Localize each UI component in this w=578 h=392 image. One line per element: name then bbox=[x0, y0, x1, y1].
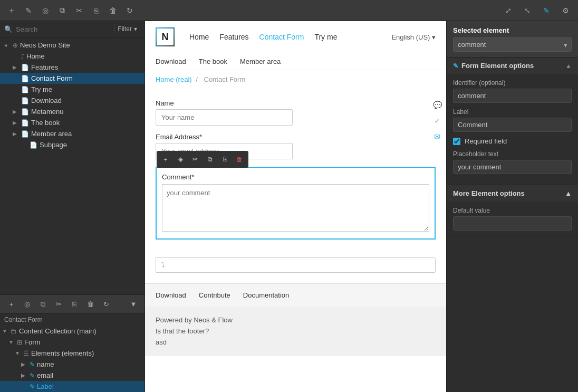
nav-link-features[interactable]: Features bbox=[219, 33, 248, 41]
sidebar-item-subpage[interactable]: ▶ 📄 Subpage bbox=[0, 139, 144, 150]
bottom-tree-item-email[interactable]: ▶ ✎ email bbox=[0, 370, 144, 381]
sidebar-item-download[interactable]: ▶ 📄 Download bbox=[0, 95, 144, 106]
add-inline-button[interactable]: ＋ bbox=[159, 152, 172, 166]
filter-label: Filter bbox=[118, 25, 132, 33]
folder-icon: 📄 bbox=[21, 108, 29, 116]
default-value-input[interactable] bbox=[453, 216, 572, 231]
top-toolbar: ＋ ✎ ◎ ⧉ ✂ ⎘ 🗑 ↻ ⤢ ⤡ ✎ ⚙ bbox=[0, 0, 578, 21]
footer-link-documentation[interactable]: Documentation bbox=[243, 291, 289, 299]
bottom-tree-item-form[interactable]: ▼ ⊞ Form bbox=[0, 337, 144, 348]
refresh-tool-button[interactable]: ↻ bbox=[122, 3, 137, 18]
bottom-tree-item-name[interactable]: ▶ ✎ name bbox=[0, 359, 144, 370]
sidebar-item-contact-form[interactable]: ▶ 📄 Contact Form bbox=[0, 73, 144, 84]
edit-mode-button[interactable]: ✎ bbox=[538, 2, 555, 19]
submit-area: ⤵ bbox=[145, 257, 446, 283]
required-checkbox[interactable] bbox=[453, 138, 460, 145]
fullscreen-button[interactable]: ⤡ bbox=[519, 2, 536, 19]
breadcrumb-home[interactable]: Home (real) bbox=[156, 75, 192, 83]
folder-icon: 📄 bbox=[21, 64, 29, 71]
bottom-toolbar: ＋ ◎ ⧉ ✂ ⎘ 🗑 ↻ ▼ bbox=[0, 294, 144, 313]
copy-tool-button[interactable]: ⧉ bbox=[55, 3, 70, 18]
bottom-tree-item-label[interactable]: ▶ ✎ Label bbox=[0, 381, 144, 392]
nav-link-contact-form[interactable]: Contact Form bbox=[259, 33, 304, 41]
name-input[interactable] bbox=[156, 109, 293, 126]
scissors-inline-button[interactable]: ✂ bbox=[188, 152, 202, 166]
delete-tool-button[interactable]: 🗑 bbox=[105, 3, 120, 18]
identifier-input[interactable] bbox=[453, 89, 572, 103]
sidebar-item-metamenu[interactable]: ▶ 📄 Metamenu bbox=[0, 106, 144, 117]
paste-inline-button[interactable]: ⎘ bbox=[218, 152, 232, 166]
mail-icon: ✉ bbox=[431, 131, 443, 142]
bottom-tree-item-content-collection[interactable]: ▼ 🗀 Content Collection (main) bbox=[0, 326, 144, 337]
folder-icon: 📄 bbox=[21, 130, 29, 138]
search-bar: 🔍 Filter ▾ bbox=[0, 21, 144, 37]
folder-icon: 🗀 bbox=[11, 328, 17, 335]
delete-inline-button[interactable]: 🗑 bbox=[233, 152, 246, 166]
name-field: Name bbox=[156, 99, 436, 126]
selected-element-select[interactable]: comment bbox=[453, 37, 572, 52]
home-icon: ⤴ bbox=[21, 53, 24, 60]
sidebar-item-label: Member area bbox=[31, 130, 72, 138]
cut-tool-button[interactable]: ✂ bbox=[72, 3, 86, 18]
page-icon: 📄 bbox=[21, 75, 29, 82]
default-value-section: Default value bbox=[447, 202, 578, 236]
footer-link-contribute[interactable]: Contribute bbox=[199, 291, 230, 299]
filter-button[interactable]: Filter ▾ bbox=[114, 24, 140, 34]
nav-link-member-area[interactable]: Member area bbox=[240, 58, 281, 65]
sidebar-item-the-book[interactable]: ▶ 📄 The book bbox=[0, 117, 144, 128]
cut-bottom-button[interactable]: ✂ bbox=[52, 298, 65, 311]
nav-link-the-book[interactable]: The book bbox=[199, 58, 227, 65]
site-tree: ◂ ⊕ Neos Demo Site ▶ ⤴ Home ▶ 📄 Features… bbox=[0, 37, 144, 294]
required-field-row: Required field bbox=[453, 137, 572, 145]
pen-tool-button[interactable]: ✎ bbox=[21, 3, 36, 18]
form-area: 💬 ✓ ✉ Name Email Address* bbox=[145, 89, 446, 257]
add-tool-button[interactable]: ＋ bbox=[4, 3, 19, 18]
sidebar-item-home[interactable]: ▶ ⤴ Home bbox=[0, 51, 144, 62]
sidebar-item-label: Subpage bbox=[40, 141, 67, 149]
footer-link-download[interactable]: Download bbox=[156, 291, 186, 299]
filter-chevron-icon: ▾ bbox=[134, 25, 137, 33]
nav-link-try-me[interactable]: Try me bbox=[314, 33, 337, 41]
grid-icon: ⊞ bbox=[17, 339, 22, 346]
eye-tool-button[interactable]: ◎ bbox=[38, 3, 53, 18]
tree-item-label: name bbox=[37, 360, 54, 368]
arrow-icon: ▶ bbox=[21, 361, 27, 367]
delete-bottom-button[interactable]: 🗑 bbox=[83, 298, 97, 311]
arrow-icon: ▼ bbox=[2, 328, 8, 334]
tree-item-label: Form bbox=[24, 338, 40, 346]
form-element-options-header[interactable]: ✎ Form Element options ▲ bbox=[447, 58, 578, 74]
copy-inline-button[interactable]: ⧉ bbox=[203, 152, 217, 166]
paste-bottom-button[interactable]: ⎘ bbox=[68, 298, 81, 311]
more-element-options-header[interactable]: More Element options ▲ bbox=[447, 185, 578, 202]
external-link-button[interactable]: ⤢ bbox=[500, 2, 517, 19]
bottom-tree-item-elements[interactable]: ▼ ☰ Elements (elements) bbox=[0, 348, 144, 359]
site-logo: N bbox=[156, 27, 175, 46]
paste-tool-button[interactable]: ⎘ bbox=[89, 3, 103, 18]
nav-link-home[interactable]: Home bbox=[189, 33, 209, 41]
expand-bottom-button[interactable]: ▼ bbox=[127, 298, 140, 311]
search-input[interactable] bbox=[16, 25, 109, 33]
arrow-icon: ▶ bbox=[21, 372, 27, 378]
lang-selector[interactable]: English (US) ▾ bbox=[391, 33, 436, 41]
sidebar-item-neos-demo-site[interactable]: ◂ ⊕ Neos Demo Site bbox=[0, 40, 144, 51]
label-input[interactable] bbox=[453, 118, 572, 132]
tree-item-label: Content Collection (main) bbox=[19, 327, 97, 335]
sidebar-item-try-me[interactable]: ▶ 📄 Try me bbox=[0, 84, 144, 95]
arrow-icon: ◂ bbox=[4, 42, 11, 48]
placeholder-input[interactable] bbox=[453, 160, 572, 174]
arrow-icon: ▼ bbox=[15, 350, 21, 356]
code-inline-button[interactable]: ◈ bbox=[174, 152, 187, 166]
site-nav: N Home Features Contact Form Try me Engl… bbox=[145, 21, 446, 53]
placeholder-field-group: Placeholder text bbox=[453, 150, 572, 174]
settings-button[interactable]: ⚙ bbox=[557, 2, 574, 19]
copy-bottom-button[interactable]: ⧉ bbox=[36, 298, 50, 311]
bottom-tree: Contact Form ▼ 🗀 Content Collection (mai… bbox=[0, 313, 144, 392]
nav-link-download[interactable]: Download bbox=[156, 58, 186, 65]
refresh-bottom-button[interactable]: ↻ bbox=[99, 298, 113, 311]
arrow-icon: ▶ bbox=[13, 131, 19, 137]
eye-bottom-button[interactable]: ◎ bbox=[20, 298, 34, 311]
sidebar-item-member-area[interactable]: ▶ 📄 Member area bbox=[0, 128, 144, 139]
comment-textarea[interactable] bbox=[162, 184, 429, 232]
sidebar-item-features[interactable]: ▶ 📄 Features bbox=[0, 62, 144, 73]
add-bottom-button[interactable]: ＋ bbox=[4, 298, 18, 311]
